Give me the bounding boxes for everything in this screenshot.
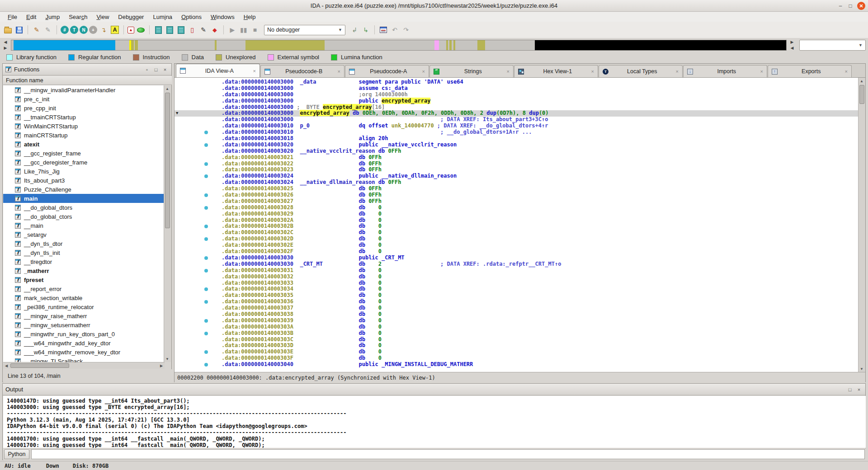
scroll-down-icon[interactable]: ▼ xyxy=(859,366,865,372)
function-row-its-about-part3[interactable]: fIts_about_part3 xyxy=(3,176,165,185)
edit-function-icon[interactable]: ✎ xyxy=(198,25,208,35)
menu-debugger[interactable]: Debugger xyxy=(114,13,148,21)
band-zoom-out-icon[interactable]: ◀ xyxy=(789,45,795,50)
function-row-w64-mingwthr-add-key-dtor[interactable]: f___w64_mingwthr_add_key_dtor xyxy=(3,338,165,348)
disasm-line[interactable]: .data:0000000140003025 db 0FFh xyxy=(175,186,858,192)
menu-file[interactable]: File xyxy=(4,13,21,21)
tab-local-types[interactable]: TLocal Types× xyxy=(599,65,683,77)
disasm-line[interactable]: .data:0000000140003024 __native_dllmain_… xyxy=(175,179,858,186)
disasm-line[interactable]: .data:0000000140003029 db 0 xyxy=(175,211,858,217)
disasm-line[interactable]: .data:0000000140003039 db 0 xyxy=(175,318,858,324)
disasm-line[interactable]: .data:0000000140003030 public _CRT_MT xyxy=(175,255,858,261)
tab-strings[interactable]: ”Strings× xyxy=(429,65,514,77)
band-zoom-in-icon[interactable]: ▶ xyxy=(789,39,795,44)
tab-hex-view-1[interactable]: Hex View-1× xyxy=(514,65,598,77)
function-row-main[interactable]: f__main xyxy=(3,221,165,230)
dock-close-icon[interactable]: × xyxy=(161,66,169,73)
debug-pause-icon[interactable]: ▮▮ xyxy=(239,25,249,35)
function-row-do-global-ctors[interactable]: f__do_global_ctors xyxy=(3,212,165,221)
tab-pseudocode-b[interactable]: Pseudocode-B× xyxy=(260,65,344,77)
disasm-line[interactable]: .data:000000014000302D db 0 xyxy=(175,236,858,242)
close-icon[interactable]: ✕ xyxy=(857,2,865,10)
disasm-line[interactable]: .data:0000000140003010 p_0 dq offset unk… xyxy=(175,123,858,129)
disasm-line[interactable]: .data:0000000140003026 db 0FFh xyxy=(175,192,858,198)
functions-panel-header[interactable]: f Functions ▫ □ × xyxy=(3,64,171,75)
disasm-line[interactable]: .data:0000000140003027 db 0FFh xyxy=(175,198,858,205)
disasm-line[interactable]: .data:0000000140003020 public __native_v… xyxy=(175,142,858,148)
disasm-line[interactable]: ▼.data:0000000140003000 encrypted_array … xyxy=(175,110,858,117)
function-row-matherr[interactable]: f_matherr xyxy=(3,266,165,275)
disasm-line[interactable]: .data:000000014000302C db 0 xyxy=(175,230,858,236)
scroll-up-icon[interactable]: ▲ xyxy=(164,85,170,92)
disasm-line[interactable]: .data:000000014000303F db 0 xyxy=(175,355,858,362)
disasm-line[interactable]: .data:0000000140003018 align 20h xyxy=(175,136,858,142)
python-console-tab[interactable]: Python xyxy=(4,449,29,459)
dock-maximize-icon[interactable]: □ xyxy=(846,386,854,393)
function-row-report-error[interactable]: f__report_error xyxy=(3,284,165,293)
tab-close-icon[interactable]: × xyxy=(253,68,256,74)
function-row-do-global-dtors[interactable]: f__do_global_dtors xyxy=(3,203,165,212)
jump-xref-icon[interactable]: + xyxy=(89,26,97,34)
tab-close-icon[interactable]: × xyxy=(507,69,509,74)
disasm-line[interactable]: .data:0000000140003033 db 0 xyxy=(175,280,858,287)
structs-icon[interactable] xyxy=(153,25,163,35)
tab-close-icon[interactable]: × xyxy=(845,69,848,74)
function-row-pei386-runtime-relocator[interactable]: f_pei386_runtime_relocator xyxy=(3,302,165,311)
disasm-line[interactable]: .data:000000014000302E db 0 xyxy=(175,242,858,249)
disasm-line[interactable]: .data:000000014000302F db 0 xyxy=(175,249,858,255)
disasm-line[interactable]: .data:000000014000303C db 0 xyxy=(175,337,858,343)
debug-run-icon[interactable]: ▶ xyxy=(227,25,237,35)
menu-options[interactable]: Options xyxy=(177,13,206,21)
functions-column-header[interactable]: Function name xyxy=(3,76,172,85)
function-row-fpreset[interactable]: ffpreset xyxy=(3,275,165,284)
minimize-icon[interactable]: – xyxy=(836,2,844,10)
functions-horizontal-scrollbar[interactable]: ◀ ▶ xyxy=(3,362,165,369)
functions-vertical-scrollbar[interactable]: ▲ ▼ xyxy=(164,85,171,362)
disasm-line[interactable]: .data:0000000140003038 db 0 xyxy=(175,311,858,318)
function-row-dyn-tls-dtor[interactable]: f__dyn_tls_dtor xyxy=(3,239,165,248)
function-row-pre-cpp-init[interactable]: fpre_cpp_init xyxy=(3,103,165,113)
disasm-line[interactable]: .data:0000000140003000 ;org 140003000h xyxy=(175,92,858,98)
scroll-down-icon[interactable]: ▼ xyxy=(164,356,170,362)
disasm-line[interactable]: .data:0000000140003024 public __native_d… xyxy=(175,173,858,179)
menu-search[interactable]: Search xyxy=(65,13,91,21)
enums-icon[interactable] xyxy=(165,25,175,35)
function-row-main[interactable]: fmain xyxy=(3,194,165,203)
redo-icon[interactable]: ↷ xyxy=(401,25,411,35)
function-row-atexit[interactable]: fatexit xyxy=(3,140,165,149)
rename-icon[interactable]: A xyxy=(110,25,120,35)
disasm-line[interactable]: .data:000000014000303E db 0 xyxy=(175,349,858,355)
jump-type-icon[interactable]: T xyxy=(70,26,78,34)
function-row-w64-mingwthr-remove-key-dtor[interactable]: f___w64_mingwthr_remove_key_dtor xyxy=(3,348,165,357)
disasm-line[interactable]: .data:000000014000303D db 0 xyxy=(175,343,858,349)
menu-jump[interactable]: Jump xyxy=(41,13,64,21)
disasm-line[interactable]: .data:000000014000303A db 0 xyxy=(175,324,858,330)
scroll-up-icon[interactable]: ▲ xyxy=(859,78,865,84)
function-row-pre-c-init[interactable]: fpre_c_init xyxy=(3,94,165,103)
disasm-line[interactable]: .data:0000000140003034 db 0 xyxy=(175,286,858,292)
scroll-right-icon[interactable]: ▶ xyxy=(158,362,165,369)
tab-close-icon[interactable]: × xyxy=(760,69,763,74)
desktop-list-icon[interactable] xyxy=(378,25,388,35)
function-row-tlregdtor[interactable]: f__tlregdtor xyxy=(3,257,165,266)
edit-gray-icon[interactable]: ✎ xyxy=(43,25,53,35)
disasm-line[interactable]: .data:0000000140003000 ; _BYTE encrypted… xyxy=(175,104,858,111)
step-over-icon[interactable]: ↳ xyxy=(361,25,371,35)
disasm-line[interactable]: .data:0000000140003032 db 0 xyxy=(175,274,858,280)
disassembly-vertical-scrollbar[interactable]: ▲ ▼ xyxy=(858,78,865,372)
tab-close-icon[interactable]: × xyxy=(338,69,340,74)
disasm-line[interactable]: .data:0000000140003023 db 0FFh xyxy=(175,167,858,173)
collapse-arrow-icon[interactable]: ▼ xyxy=(176,110,178,117)
colors-icon[interactable]: ⬥ xyxy=(210,25,220,35)
function-row-setargv[interactable]: f_setargv xyxy=(3,230,165,239)
disasm-line[interactable]: .data:0000000140003028 db 0 xyxy=(175,205,858,211)
save-icon[interactable] xyxy=(14,25,24,35)
tab-close-icon[interactable]: × xyxy=(591,69,594,74)
function-row-like-7his-jig[interactable]: fLike_7his_Jig xyxy=(3,167,165,176)
menu-lumina[interactable]: Lumina xyxy=(149,13,176,21)
menu-view[interactable]: View xyxy=(92,13,113,21)
disasm-line[interactable]: .data:0000000140003010 ; __do_global_dto… xyxy=(175,129,858,136)
band-scroll-left-icon[interactable]: ◀ xyxy=(3,39,8,44)
disasm-line[interactable]: .data:000000014000302B db 0 xyxy=(175,223,858,230)
disasm-line[interactable]: .data:0000000140003000 assume cs:_data xyxy=(175,85,858,92)
